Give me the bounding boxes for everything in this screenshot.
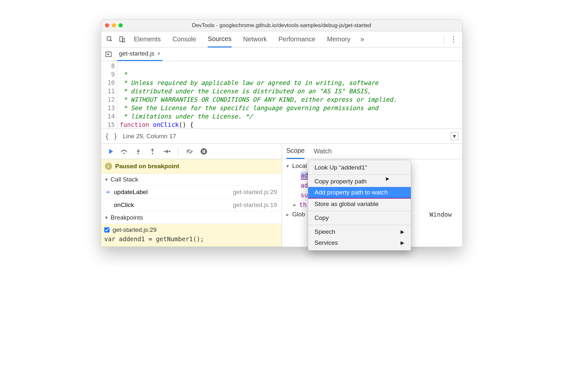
svg-rect-10 — [204, 150, 205, 153]
chevron-down-icon: ▼ — [104, 177, 109, 182]
tab-sources[interactable]: Sources — [208, 31, 231, 47]
tab-memory[interactable]: Memory — [327, 31, 350, 47]
dropdown-icon[interactable]: ▾ — [451, 132, 458, 140]
file-tab[interactable]: get-started.js × — [117, 47, 162, 61]
step-over-button[interactable] — [120, 147, 128, 156]
traffic-lights — [105, 23, 123, 27]
tab-performance[interactable]: Performance — [278, 31, 316, 47]
menu-separator — [308, 174, 411, 175]
svg-point-8 — [201, 148, 207, 155]
editor-statusbar: { } Line 29, Column 17 ▾ — [101, 129, 462, 144]
menu-lookup[interactable]: Look Up “addend1” — [308, 162, 411, 173]
svg-point-6 — [151, 153, 153, 154]
step-button[interactable] — [162, 147, 171, 156]
chevron-down-icon: ▼ — [104, 215, 109, 220]
code-content: * * Unless required by applicable law or… — [117, 61, 397, 129]
kebab-menu-icon[interactable]: ⋮ — [449, 35, 458, 44]
close-icon[interactable] — [105, 23, 109, 27]
cursor-position: Line 29, Column 17 — [123, 133, 176, 140]
devtools-window: DevTools - googlechrome.github.io/devtoo… — [101, 19, 463, 247]
scope-global-value: Window — [430, 211, 458, 218]
submenu-icon: ▶ — [401, 229, 404, 235]
svg-point-7 — [169, 150, 170, 152]
breakpoints-header[interactable]: ▼ Breakpoints — [101, 211, 282, 224]
tab-scope[interactable]: Scope — [287, 143, 305, 159]
menu-add-to-watch[interactable]: Add property path to watch — [308, 187, 411, 199]
menu-copy[interactable]: Copy — [308, 212, 411, 223]
chevron-right-icon: ▶ — [294, 202, 299, 207]
svg-rect-9 — [203, 150, 203, 153]
current-frame-icon: ➔ — [106, 189, 112, 195]
close-tab-icon[interactable]: × — [157, 50, 161, 57]
resume-button[interactable] — [106, 147, 114, 156]
menu-copy-property-path[interactable]: Copy property path — [308, 176, 411, 187]
breakpoint-code: var addend1 = getNumber1(); — [104, 235, 278, 242]
deactivate-breakpoints-button[interactable] — [185, 147, 194, 156]
minimize-icon[interactable] — [112, 23, 116, 27]
scope-pane: Scope Watch ▼ Local addend1 ad su ▶ — [282, 144, 462, 247]
code-editor[interactable]: 8910 111213 141516 * * Unless required b… — [101, 61, 462, 129]
titlebar: DevTools - googlechrome.github.io/devtoo… — [101, 20, 462, 31]
file-tab-label: get-started.js — [119, 50, 155, 57]
step-out-button[interactable] — [148, 147, 157, 156]
zoom-icon[interactable] — [119, 23, 123, 27]
tab-console[interactable]: Console — [172, 31, 196, 47]
scope-watch-tabs: Scope Watch — [282, 144, 462, 159]
breakpoint-checkbox[interactable] — [104, 227, 109, 232]
window-title: DevTools - googlechrome.github.io/devtoo… — [101, 22, 462, 29]
inspect-icon[interactable] — [106, 35, 114, 44]
line-gutter: 8910 111213 141516 — [101, 61, 117, 129]
menu-separator — [308, 225, 411, 225]
devtools-tabs: Elements Console Sources Network Perform… — [101, 31, 462, 47]
menu-speech[interactable]: Speech▶ — [308, 226, 411, 237]
info-icon: i — [105, 163, 112, 170]
menu-store-global[interactable]: Store as global variable — [308, 199, 411, 210]
callstack-header[interactable]: ▼ Call Stack — [101, 173, 282, 186]
cursor-icon: ➤ — [385, 175, 390, 182]
debugger-left-pane: i Paused on breakpoint ▼ Call Stack ➔ up… — [101, 144, 282, 247]
chevron-right-icon: ▶ — [287, 212, 292, 217]
debug-toolbar — [101, 144, 282, 159]
callstack-frame[interactable]: onClick get-started.js:19 — [101, 199, 282, 211]
menu-services[interactable]: Services▶ — [308, 237, 411, 248]
navigator-toggle-icon[interactable] — [104, 49, 113, 59]
tab-elements[interactable]: Elements — [134, 31, 161, 47]
step-into-button[interactable] — [134, 147, 142, 156]
paused-banner: i Paused on breakpoint — [101, 159, 282, 173]
file-tabbar: get-started.js × — [101, 47, 462, 61]
context-menu: Look Up “addend1” Copy property path Add… — [308, 160, 411, 251]
paused-label: Paused on breakpoint — [115, 163, 179, 170]
chevron-down-icon: ▼ — [287, 164, 292, 169]
tab-watch[interactable]: Watch — [314, 143, 332, 159]
more-tabs-icon[interactable]: » — [358, 35, 367, 44]
pretty-print-icon[interactable]: { } — [105, 132, 118, 140]
debugger-split: i Paused on breakpoint ▼ Call Stack ➔ up… — [101, 144, 462, 247]
submenu-icon: ▶ — [401, 240, 404, 246]
breakpoint-item[interactable]: get-started.js:29 var addend1 = getNumbe… — [101, 224, 282, 247]
tab-network[interactable]: Network — [243, 31, 267, 47]
menu-separator — [308, 211, 411, 211]
callstack-frame[interactable]: ➔ updateLabel get-started.js:29 — [101, 186, 282, 199]
svg-point-5 — [137, 153, 139, 154]
pause-exceptions-button[interactable] — [200, 147, 208, 156]
device-toolbar-icon[interactable] — [118, 35, 126, 44]
svg-point-4 — [123, 153, 125, 154]
